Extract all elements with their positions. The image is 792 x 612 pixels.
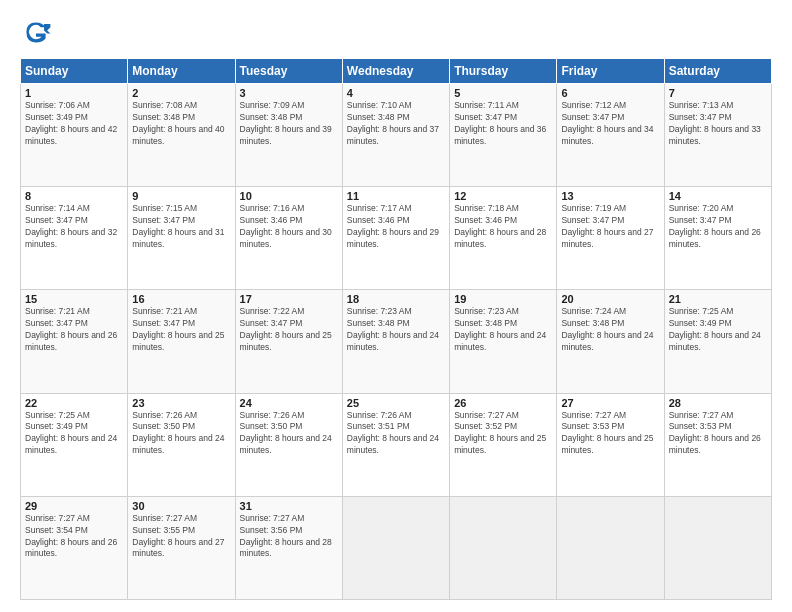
calendar-cell: 30Sunrise: 7:27 AMSunset: 3:55 PMDayligh… [128, 496, 235, 599]
calendar-cell: 14Sunrise: 7:20 AMSunset: 3:47 PMDayligh… [664, 187, 771, 290]
day-number: 7 [669, 87, 767, 99]
day-number: 3 [240, 87, 338, 99]
day-info: Sunrise: 7:19 AMSunset: 3:47 PMDaylight:… [561, 203, 659, 251]
day-info: Sunrise: 7:22 AMSunset: 3:47 PMDaylight:… [240, 306, 338, 354]
day-header-saturday: Saturday [664, 59, 771, 84]
day-number: 24 [240, 397, 338, 409]
day-info: Sunrise: 7:25 AMSunset: 3:49 PMDaylight:… [669, 306, 767, 354]
day-number: 11 [347, 190, 445, 202]
day-number: 16 [132, 293, 230, 305]
week-row-4: 22Sunrise: 7:25 AMSunset: 3:49 PMDayligh… [21, 393, 772, 496]
day-number: 4 [347, 87, 445, 99]
week-row-5: 29Sunrise: 7:27 AMSunset: 3:54 PMDayligh… [21, 496, 772, 599]
calendar-cell: 9Sunrise: 7:15 AMSunset: 3:47 PMDaylight… [128, 187, 235, 290]
day-info: Sunrise: 7:27 AMSunset: 3:56 PMDaylight:… [240, 513, 338, 561]
day-info: Sunrise: 7:08 AMSunset: 3:48 PMDaylight:… [132, 100, 230, 148]
calendar-cell: 6Sunrise: 7:12 AMSunset: 3:47 PMDaylight… [557, 84, 664, 187]
day-number: 20 [561, 293, 659, 305]
calendar-cell: 24Sunrise: 7:26 AMSunset: 3:50 PMDayligh… [235, 393, 342, 496]
day-info: Sunrise: 7:26 AMSunset: 3:50 PMDaylight:… [240, 410, 338, 458]
day-number: 6 [561, 87, 659, 99]
day-number: 28 [669, 397, 767, 409]
day-info: Sunrise: 7:27 AMSunset: 3:55 PMDaylight:… [132, 513, 230, 561]
day-header-tuesday: Tuesday [235, 59, 342, 84]
day-header-sunday: Sunday [21, 59, 128, 84]
calendar-cell: 8Sunrise: 7:14 AMSunset: 3:47 PMDaylight… [21, 187, 128, 290]
day-info: Sunrise: 7:26 AMSunset: 3:50 PMDaylight:… [132, 410, 230, 458]
calendar-cell: 17Sunrise: 7:22 AMSunset: 3:47 PMDayligh… [235, 290, 342, 393]
day-number: 26 [454, 397, 552, 409]
day-number: 19 [454, 293, 552, 305]
calendar-cell: 28Sunrise: 7:27 AMSunset: 3:53 PMDayligh… [664, 393, 771, 496]
day-number: 13 [561, 190, 659, 202]
day-header-monday: Monday [128, 59, 235, 84]
day-number: 8 [25, 190, 123, 202]
day-info: Sunrise: 7:27 AMSunset: 3:53 PMDaylight:… [561, 410, 659, 458]
day-info: Sunrise: 7:06 AMSunset: 3:49 PMDaylight:… [25, 100, 123, 148]
day-number: 21 [669, 293, 767, 305]
day-number: 30 [132, 500, 230, 512]
calendar-cell: 25Sunrise: 7:26 AMSunset: 3:51 PMDayligh… [342, 393, 449, 496]
day-info: Sunrise: 7:14 AMSunset: 3:47 PMDaylight:… [25, 203, 123, 251]
day-info: Sunrise: 7:18 AMSunset: 3:46 PMDaylight:… [454, 203, 552, 251]
day-info: Sunrise: 7:27 AMSunset: 3:54 PMDaylight:… [25, 513, 123, 561]
day-info: Sunrise: 7:23 AMSunset: 3:48 PMDaylight:… [454, 306, 552, 354]
day-number: 2 [132, 87, 230, 99]
day-number: 25 [347, 397, 445, 409]
calendar-cell: 11Sunrise: 7:17 AMSunset: 3:46 PMDayligh… [342, 187, 449, 290]
logo [20, 16, 58, 48]
calendar-cell: 12Sunrise: 7:18 AMSunset: 3:46 PMDayligh… [450, 187, 557, 290]
day-info: Sunrise: 7:27 AMSunset: 3:53 PMDaylight:… [669, 410, 767, 458]
day-info: Sunrise: 7:11 AMSunset: 3:47 PMDaylight:… [454, 100, 552, 148]
calendar-cell: 23Sunrise: 7:26 AMSunset: 3:50 PMDayligh… [128, 393, 235, 496]
calendar-cell: 2Sunrise: 7:08 AMSunset: 3:48 PMDaylight… [128, 84, 235, 187]
day-header-friday: Friday [557, 59, 664, 84]
calendar-cell: 22Sunrise: 7:25 AMSunset: 3:49 PMDayligh… [21, 393, 128, 496]
day-header-wednesday: Wednesday [342, 59, 449, 84]
calendar-table: SundayMondayTuesdayWednesdayThursdayFrid… [20, 58, 772, 600]
calendar-cell: 27Sunrise: 7:27 AMSunset: 3:53 PMDayligh… [557, 393, 664, 496]
day-info: Sunrise: 7:12 AMSunset: 3:47 PMDaylight:… [561, 100, 659, 148]
calendar-cell: 21Sunrise: 7:25 AMSunset: 3:49 PMDayligh… [664, 290, 771, 393]
logo-icon [20, 16, 52, 48]
day-info: Sunrise: 7:21 AMSunset: 3:47 PMDaylight:… [132, 306, 230, 354]
day-info: Sunrise: 7:10 AMSunset: 3:48 PMDaylight:… [347, 100, 445, 148]
calendar-cell: 29Sunrise: 7:27 AMSunset: 3:54 PMDayligh… [21, 496, 128, 599]
calendar-cell [557, 496, 664, 599]
calendar-cell [664, 496, 771, 599]
day-number: 12 [454, 190, 552, 202]
day-number: 14 [669, 190, 767, 202]
day-number: 10 [240, 190, 338, 202]
day-info: Sunrise: 7:23 AMSunset: 3:48 PMDaylight:… [347, 306, 445, 354]
calendar-cell: 15Sunrise: 7:21 AMSunset: 3:47 PMDayligh… [21, 290, 128, 393]
week-row-3: 15Sunrise: 7:21 AMSunset: 3:47 PMDayligh… [21, 290, 772, 393]
calendar-cell: 4Sunrise: 7:10 AMSunset: 3:48 PMDaylight… [342, 84, 449, 187]
day-info: Sunrise: 7:09 AMSunset: 3:48 PMDaylight:… [240, 100, 338, 148]
calendar-cell: 13Sunrise: 7:19 AMSunset: 3:47 PMDayligh… [557, 187, 664, 290]
day-info: Sunrise: 7:20 AMSunset: 3:47 PMDaylight:… [669, 203, 767, 251]
calendar-cell: 18Sunrise: 7:23 AMSunset: 3:48 PMDayligh… [342, 290, 449, 393]
day-info: Sunrise: 7:25 AMSunset: 3:49 PMDaylight:… [25, 410, 123, 458]
days-header-row: SundayMondayTuesdayWednesdayThursdayFrid… [21, 59, 772, 84]
day-number: 31 [240, 500, 338, 512]
day-number: 9 [132, 190, 230, 202]
day-number: 1 [25, 87, 123, 99]
day-info: Sunrise: 7:13 AMSunset: 3:47 PMDaylight:… [669, 100, 767, 148]
day-header-thursday: Thursday [450, 59, 557, 84]
calendar-cell: 10Sunrise: 7:16 AMSunset: 3:46 PMDayligh… [235, 187, 342, 290]
day-info: Sunrise: 7:21 AMSunset: 3:47 PMDaylight:… [25, 306, 123, 354]
day-number: 17 [240, 293, 338, 305]
calendar-cell: 3Sunrise: 7:09 AMSunset: 3:48 PMDaylight… [235, 84, 342, 187]
week-row-2: 8Sunrise: 7:14 AMSunset: 3:47 PMDaylight… [21, 187, 772, 290]
day-number: 15 [25, 293, 123, 305]
day-number: 18 [347, 293, 445, 305]
page: SundayMondayTuesdayWednesdayThursdayFrid… [0, 0, 792, 612]
day-number: 23 [132, 397, 230, 409]
calendar-cell: 5Sunrise: 7:11 AMSunset: 3:47 PMDaylight… [450, 84, 557, 187]
calendar-cell [342, 496, 449, 599]
day-info: Sunrise: 7:27 AMSunset: 3:52 PMDaylight:… [454, 410, 552, 458]
calendar-cell: 1Sunrise: 7:06 AMSunset: 3:49 PMDaylight… [21, 84, 128, 187]
day-info: Sunrise: 7:24 AMSunset: 3:48 PMDaylight:… [561, 306, 659, 354]
day-number: 22 [25, 397, 123, 409]
calendar-cell: 16Sunrise: 7:21 AMSunset: 3:47 PMDayligh… [128, 290, 235, 393]
